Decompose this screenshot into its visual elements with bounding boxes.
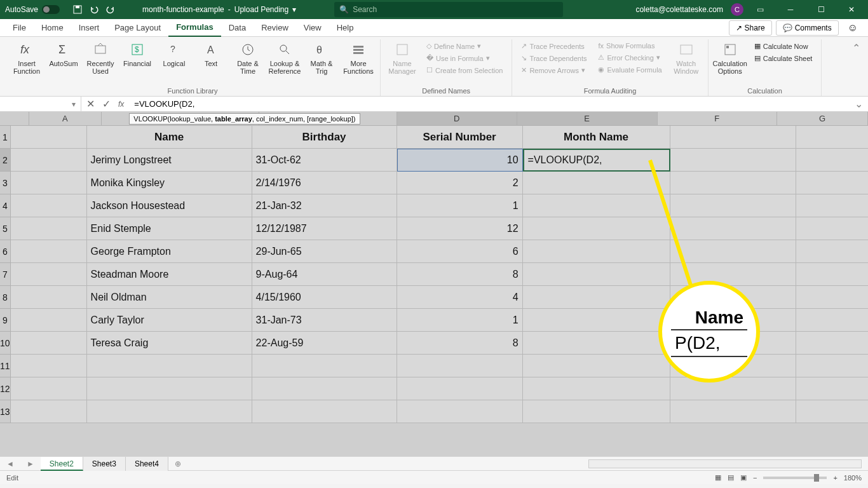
enter-formula-icon[interactable]: ✓ <box>102 98 111 110</box>
formula-input[interactable]: =VLOOKUP(D2, VLOOKUP(lookup_value, table… <box>129 99 850 109</box>
cell[interactable] <box>523 194 670 217</box>
col-header-E[interactable]: E <box>517 112 658 126</box>
cell[interactable] <box>87 377 252 400</box>
cell[interactable]: 12 <box>397 217 523 240</box>
cell[interactable]: Teresa Craig <box>87 332 252 355</box>
tab-formulas[interactable]: Formulas <box>168 19 221 37</box>
row-header-3[interactable]: 3 <box>0 172 11 194</box>
maximize-icon[interactable]: ☐ <box>807 0 835 19</box>
cell[interactable]: 8 <box>397 332 523 355</box>
cell[interactable] <box>670 377 796 400</box>
tab-view[interactable]: View <box>296 19 329 37</box>
calculate-now-button[interactable]: ▦ Calculate Now <box>752 41 815 51</box>
cell[interactable] <box>11 377 87 400</box>
cell[interactable]: Carly Taylor <box>87 309 252 332</box>
cancel-formula-icon[interactable]: ✕ <box>86 98 95 110</box>
text-button[interactable]: AText <box>193 39 229 86</box>
math-trig-button[interactable]: θMath & Trig <box>304 39 339 86</box>
tab-file[interactable]: File <box>5 19 34 37</box>
cell[interactable]: Neil Oldman <box>87 286 252 309</box>
cell[interactable] <box>11 126 87 149</box>
cell[interactable] <box>11 309 87 332</box>
cell[interactable] <box>11 172 87 194</box>
cell[interactable] <box>670 217 796 240</box>
comments-button[interactable]: 💬 Comments <box>776 20 839 36</box>
cell[interactable]: 9-Aug-64 <box>252 263 397 286</box>
help-face-icon[interactable]: ☺ <box>843 22 863 34</box>
cell[interactable]: 12/12/1987 <box>252 217 397 240</box>
logical-button[interactable]: ?Logical <box>156 39 192 86</box>
cell[interactable]: Monika Kingsley <box>87 172 252 194</box>
row-header-7[interactable]: 7 <box>0 263 11 286</box>
cell[interactable]: Month Name <box>523 126 670 149</box>
cell[interactable]: 10 <box>397 149 523 172</box>
autosave-control[interactable]: AutoSave <box>0 5 65 14</box>
autosave-toggle[interactable] <box>42 5 60 14</box>
cell[interactable]: George Frampton <box>87 240 252 263</box>
zoom-out-icon[interactable]: − <box>753 474 757 482</box>
cell[interactable] <box>397 377 523 400</box>
cell[interactable] <box>670 194 796 217</box>
cell[interactable]: 4 <box>397 286 523 309</box>
calculation-options-button[interactable]: Calculation Options <box>712 39 748 86</box>
close-icon[interactable]: ✕ <box>837 0 865 19</box>
cell[interactable]: Name <box>87 126 252 149</box>
cell[interactable] <box>670 172 796 194</box>
name-box[interactable]: ▾ <box>0 97 81 111</box>
col-header-A[interactable]: A <box>29 112 102 126</box>
calculate-sheet-button[interactable]: ▤ Calculate Sheet <box>752 53 815 64</box>
cell[interactable]: 21-Jan-32 <box>252 194 397 217</box>
cell[interactable]: 6 <box>397 240 523 263</box>
cell[interactable]: Birthday <box>252 126 397 149</box>
cell[interactable] <box>796 332 868 355</box>
row-header-10[interactable]: 10 <box>0 332 11 355</box>
tab-review[interactable]: Review <box>254 19 296 37</box>
sheet-tab-sheet2[interactable]: Sheet2 <box>41 457 83 471</box>
cell[interactable] <box>670 149 796 172</box>
sheet-tab-sheet4[interactable]: Sheet4 <box>126 457 168 471</box>
ribbon-display-icon[interactable]: ▭ <box>746 0 774 19</box>
share-button[interactable]: ↗ Share <box>729 20 772 36</box>
cell[interactable] <box>523 217 670 240</box>
collapse-ribbon-icon[interactable]: ⌃ <box>852 42 860 54</box>
cell[interactable] <box>796 263 868 286</box>
add-sheet-icon[interactable]: ⊕ <box>168 459 187 468</box>
cell[interactable]: Jerimy Longstreet <box>87 149 252 172</box>
cell[interactable] <box>796 240 868 263</box>
cell[interactable] <box>670 400 796 423</box>
row-header-8[interactable]: 8 <box>0 286 11 309</box>
row-header-13[interactable]: 13 <box>0 400 11 423</box>
cell[interactable]: 1 <box>397 194 523 217</box>
cell[interactable] <box>796 172 868 194</box>
cell[interactable] <box>796 217 868 240</box>
col-header-F[interactable]: F <box>658 112 778 126</box>
cell[interactable] <box>11 400 87 423</box>
chevron-down-icon[interactable]: ▾ <box>292 5 296 14</box>
view-normal-icon[interactable]: ▦ <box>715 473 721 482</box>
col-header-D[interactable]: D <box>397 112 517 126</box>
cell[interactable] <box>11 355 87 377</box>
tab-data[interactable]: Data <box>221 19 254 37</box>
sheet-nav-prev-icon[interactable]: ◄ <box>0 459 20 468</box>
zoom-level[interactable]: 180% <box>844 474 862 482</box>
cell[interactable] <box>252 400 397 423</box>
cell[interactable]: 2/14/1976 <box>252 172 397 194</box>
row-header-5[interactable]: 5 <box>0 217 11 240</box>
cell[interactable] <box>523 263 670 286</box>
sheet-nav-next-icon[interactable]: ► <box>20 459 41 468</box>
cell[interactable] <box>670 240 796 263</box>
zoom-in-icon[interactable]: + <box>833 474 837 482</box>
select-all-corner[interactable] <box>0 112 29 126</box>
tab-help[interactable]: Help <box>329 19 362 37</box>
cell[interactable]: Enid Stemple <box>87 217 252 240</box>
more-functions-button[interactable]: More Functions <box>341 39 376 86</box>
cell[interactable]: 1 <box>397 309 523 332</box>
zoom-slider[interactable] <box>763 477 827 479</box>
cell[interactable] <box>11 149 87 172</box>
cell[interactable]: 2 <box>397 172 523 194</box>
lookup-reference-button[interactable]: Lookup & Reference <box>267 39 302 86</box>
row-header-11[interactable]: 11 <box>0 355 11 377</box>
cell[interactable] <box>796 377 868 400</box>
cell[interactable] <box>11 240 87 263</box>
row-header-2[interactable]: 2 <box>0 149 11 172</box>
